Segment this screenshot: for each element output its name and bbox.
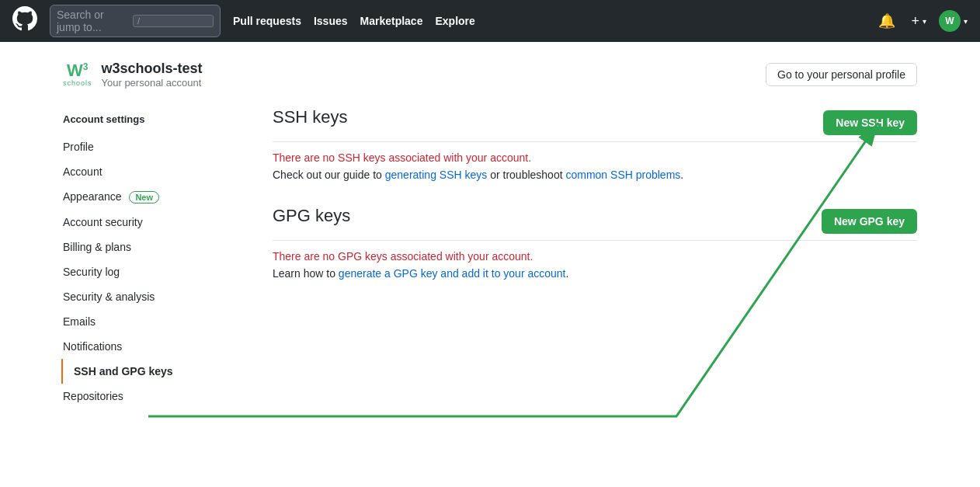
gpg-help-link-1[interactable]: generate a GPG key and add it to your ac…: [339, 267, 566, 280]
search-box[interactable]: Search or jump to... /: [50, 5, 221, 37]
sidebar-heading: Account settings: [63, 107, 242, 131]
header-nav: Pull requests Issues Marketplace Explore: [233, 15, 475, 27]
sidebar-item-profile[interactable]: Profile: [61, 134, 242, 159]
ssh-help-link-1[interactable]: generating SSH keys: [385, 169, 488, 181]
avatar-chevron-icon: ▾: [964, 17, 968, 26]
sidebar-item-appearance[interactable]: Appearance New: [61, 184, 242, 210]
new-gpg-key-button[interactable]: New GPG key: [822, 209, 917, 234]
ssh-no-keys-message: There are no SSH keys associated with yo…: [273, 151, 917, 164]
sidebar-item-security-analysis[interactable]: Security & analysis: [61, 284, 242, 309]
new-badge: New: [129, 191, 159, 203]
gpg-no-keys-message: There are no GPG keys associated with yo…: [273, 250, 917, 263]
sidebar-item-ssh-gpg[interactable]: SSH and GPG keys: [61, 359, 242, 384]
sidebar-item-billing[interactable]: Billing & plans: [61, 235, 242, 259]
new-ssh-key-button[interactable]: New SSH key: [823, 110, 917, 135]
plus-icon: +: [911, 13, 919, 30]
search-kbd: /: [133, 15, 214, 27]
gpg-keys-section: GPG keys New GPG key There are no GPG ke…: [273, 206, 917, 280]
nav-issues[interactable]: Issues: [314, 15, 348, 27]
user-logo-schools: schools: [63, 79, 92, 87]
bell-icon: 🔔: [878, 12, 895, 30]
github-logo[interactable]: [12, 6, 37, 36]
ssh-help-text: Check out our guide to generating SSH ke…: [273, 169, 917, 181]
add-button[interactable]: + ▾: [908, 10, 930, 33]
nav-marketplace[interactable]: Marketplace: [360, 15, 423, 27]
content-area: Account settings Profile Account Appeara…: [63, 107, 917, 409]
main-content: SSH keys New SSH key There are no SSH ke…: [242, 107, 917, 409]
sidebar-item-account-security[interactable]: Account security: [61, 210, 242, 235]
nav-explore[interactable]: Explore: [435, 15, 474, 27]
sidebar-item-security-log[interactable]: Security log: [61, 259, 242, 284]
user-details: w3schools-test Your personal account: [102, 61, 203, 89]
user-logo: W3 schools: [63, 62, 92, 87]
user-info: W3 schools w3schools-test Your personal …: [63, 61, 203, 89]
ssh-help-link-2[interactable]: common SSH problems: [565, 169, 680, 181]
sidebar-item-emails[interactable]: Emails: [61, 309, 242, 334]
notifications-button[interactable]: 🔔: [875, 9, 898, 33]
gpg-help-text: Learn how to generate a GPG key and add …: [273, 267, 917, 280]
sidebar-item-account[interactable]: Account: [61, 159, 242, 184]
search-placeholder: Search or jump to...: [57, 9, 128, 33]
avatar[interactable]: W: [939, 10, 961, 32]
user-subtitle: Your personal account: [102, 77, 203, 89]
header-actions: 🔔 + ▾ W ▾: [875, 9, 968, 33]
sidebar-item-repositories[interactable]: Repositories: [61, 384, 242, 409]
gpg-section-header: GPG keys New GPG key: [273, 206, 917, 241]
page-inner: W3 schools w3schools-test Your personal …: [63, 61, 917, 468]
ssh-section-title: SSH keys: [273, 107, 811, 127]
sidebar-item-notifications[interactable]: Notifications: [61, 334, 242, 359]
chevron-down-icon: ▾: [923, 17, 926, 26]
page-wrapper: W3 schools w3schools-test Your personal …: [0, 42, 980, 487]
ssh-keys-section: SSH keys New SSH key There are no SSH ke…: [273, 107, 917, 181]
nav-pull-requests[interactable]: Pull requests: [233, 15, 301, 27]
sidebar: Account settings Profile Account Appeara…: [63, 107, 242, 409]
user-logo-w: W3: [67, 62, 88, 79]
ssh-section-header: SSH keys New SSH key: [273, 107, 917, 142]
header: Search or jump to... / Pull requests Iss…: [0, 0, 980, 42]
gpg-section-title: GPG keys: [273, 206, 809, 226]
username: w3schools-test: [102, 61, 203, 77]
user-header: W3 schools w3schools-test Your personal …: [63, 61, 917, 89]
personal-profile-button[interactable]: Go to your personal profile: [766, 63, 917, 86]
